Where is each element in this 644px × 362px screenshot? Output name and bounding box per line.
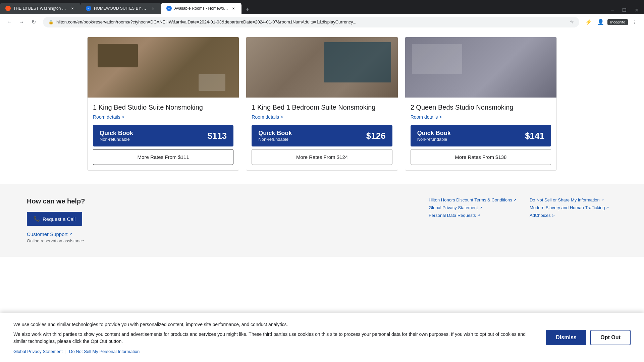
cookie-link-separator: | [65, 349, 66, 354]
cookie-banner-inner: We use cookies and similar technologies … [13, 321, 631, 354]
room-3-name: 2 Queen Beds Studio Nonsmoking [411, 103, 551, 112]
customer-support-link[interactable]: Customer Support ↗ [27, 231, 409, 237]
cookie-main-text: We use cookies and similar technologies … [13, 321, 533, 328]
room-2-details-link[interactable]: Room details > [252, 114, 392, 120]
room-3-info: 2 Queen Beds Studio Nonsmoking Room deta… [405, 98, 556, 170]
rooms-grid: 1 King Bed Studio Suite Nonsmoking Room … [87, 30, 557, 177]
room-card-1: 1 King Bed Studio Suite Nonsmoking Room … [87, 37, 239, 171]
request-call-button[interactable]: 📞 Request a Call [27, 212, 82, 226]
cookie-text-section: We use cookies and similar technologies … [13, 321, 533, 354]
online-reservation-hint: Online reservation assistance [27, 238, 409, 243]
restore-button[interactable]: ❐ [620, 6, 629, 14]
footer-link-do-not-sell[interactable]: Do Not Sell or Share My Information ↗ [530, 197, 617, 202]
main-content: 1 King Bed Studio Suite Nonsmoking Room … [0, 30, 644, 177]
browser-tab-3[interactable]: A Available Rooms - Homewood S... ✕ [161, 3, 241, 14]
tab-1-favicon: T [5, 6, 11, 11]
new-tab-button[interactable]: + [243, 5, 252, 14]
request-call-label: Request a Call [43, 216, 75, 222]
external-link-icon-2: ↗ [479, 206, 482, 209]
footer-link-honors-terms[interactable]: Hilton Honors Discount Terms & Condition… [429, 197, 516, 202]
tab-3-favicon: A [166, 6, 172, 11]
external-link-icon: ↗ [69, 232, 72, 236]
tab-3-label: Available Rooms - Homewood S... [174, 6, 228, 11]
footer-link-modern-slavery[interactable]: Modern Slavery and Human Trafficking ↗ [530, 205, 617, 210]
cookie-banner: We use cookies and similar technologies … [0, 313, 644, 362]
external-link-icon-0: ↗ [514, 198, 516, 202]
tab-1-close[interactable]: ✕ [70, 6, 75, 11]
forward-button[interactable]: → [16, 17, 27, 27]
cookie-actions: Dismiss Opt Out [546, 330, 631, 345]
room-2-quick-book-left: Quick Book Non-refundable [258, 130, 292, 142]
footer-links-section: Hilton Honors Discount Terms & Condition… [429, 197, 617, 243]
adchoices-icon: ▷ [552, 214, 555, 217]
footer-link-privacy[interactable]: Global Privacy Statement ↗ [429, 205, 516, 210]
room-card-2: 1 King Bed 1 Bedroom Suite Nonsmoking Ro… [246, 37, 398, 171]
browser-chrome: T THE 10 BEST Washington DC Ho... ✕ H HO… [0, 0, 644, 30]
browser-tab-2[interactable]: H HOMEWOOD SUITES BY HILTON... ✕ [80, 3, 161, 14]
phone-icon: 📞 [34, 216, 40, 222]
tab-2-close[interactable]: ✕ [150, 6, 156, 11]
profile-button[interactable]: 👤 [595, 17, 606, 27]
room-1-quick-book-left: Quick Book Non-refundable [100, 130, 133, 142]
room-2-non-refundable: Non-refundable [258, 137, 292, 142]
room-2-more-rates-button[interactable]: More Rates From $124 [252, 149, 392, 165]
room-1-quick-book-title: Quick Book [100, 130, 133, 137]
cookie-personal-info-link[interactable]: Do Not Sell My Personal Information [69, 349, 140, 354]
tab-3-close[interactable]: ✕ [231, 6, 236, 11]
room-3-quick-book-title: Quick Book [417, 130, 451, 137]
tab-bar: T THE 10 BEST Washington DC Ho... ✕ H HO… [0, 0, 644, 14]
browser-tab-1[interactable]: T THE 10 BEST Washington DC Ho... ✕ [0, 3, 80, 14]
incognito-badge[interactable]: Incognito [607, 19, 628, 25]
room-1-quick-book-button[interactable]: Quick Book Non-refundable $113 [93, 125, 233, 146]
nav-bar: ← → ↻ 🔒 hilton.com/en/book/reservation/r… [0, 14, 644, 30]
footer-link-modern-slavery-label: Modern Slavery and Human Trafficking [530, 205, 605, 210]
footer: How can we help? 📞 Request a Call Custom… [0, 184, 644, 257]
room-3-image [405, 37, 556, 98]
external-link-icon-1: ↗ [601, 198, 604, 202]
cookie-privacy-link[interactable]: Global Privacy Statement [13, 349, 63, 354]
address-text: hilton.com/en/book/reservation/rooms/?ct… [56, 19, 567, 24]
extensions-button[interactable]: ⚡ [583, 17, 594, 27]
opt-out-button[interactable]: Opt Out [590, 330, 631, 345]
cookie-links: Global Privacy Statement | Do Not Sell M… [13, 349, 533, 354]
customer-support-label: Customer Support [27, 231, 68, 237]
footer-link-do-not-sell-label: Do Not Sell or Share My Information [530, 197, 600, 202]
footer-link-privacy-label: Global Privacy Statement [429, 205, 478, 210]
room-3-non-refundable: Non-refundable [417, 137, 451, 142]
back-button[interactable]: ← [4, 17, 15, 27]
room-1-price: $113 [207, 131, 227, 141]
tab-2-favicon: H [86, 6, 91, 11]
minimize-button[interactable]: ─ [608, 6, 617, 14]
tab-2-label: HOMEWOOD SUITES BY HILTON... [94, 6, 148, 11]
room-1-details-link[interactable]: Room details > [93, 114, 233, 120]
room-1-name: 1 King Bed Studio Suite Nonsmoking [93, 103, 233, 112]
tab-1-label: THE 10 BEST Washington DC Ho... [13, 6, 67, 11]
room-3-price: $141 [525, 131, 544, 141]
external-link-icon-4: ↗ [477, 214, 480, 217]
close-button[interactable]: ✕ [632, 6, 641, 14]
footer-link-personal-data-label: Personal Data Requests [429, 213, 476, 218]
more-options-button[interactable]: ⋮ [629, 17, 640, 27]
footer-link-personal-data[interactable]: Personal Data Requests ↗ [429, 213, 516, 218]
address-bar[interactable]: 🔒 hilton.com/en/book/reservation/rooms/?… [43, 17, 579, 27]
footer-help-title: How can we help? [27, 197, 409, 205]
footer-help-section: How can we help? 📞 Request a Call Custom… [27, 197, 409, 243]
room-1-image [88, 37, 239, 98]
cookie-detail-text: We also work with third parties to show … [13, 331, 533, 345]
room-1-more-rates-button[interactable]: More Rates From $111 [93, 149, 233, 165]
reload-button[interactable]: ↻ [28, 17, 39, 27]
room-3-details-link[interactable]: Room details > [411, 114, 551, 120]
room-3-quick-book-button[interactable]: Quick Book Non-refundable $141 [411, 125, 551, 146]
footer-link-honors-terms-label: Hilton Honors Discount Terms & Condition… [429, 197, 512, 202]
star-icon[interactable]: ☆ [570, 19, 574, 24]
footer-link-adchoices[interactable]: AdChoices ▷ [530, 213, 617, 218]
room-3-more-rates-button[interactable]: More Rates From $138 [411, 149, 551, 165]
dismiss-button[interactable]: Dismiss [546, 330, 586, 345]
footer-link-adchoices-label: AdChoices [530, 213, 551, 218]
room-2-price: $126 [366, 131, 386, 141]
room-2-info: 1 King Bed 1 Bedroom Suite Nonsmoking Ro… [246, 98, 397, 170]
room-2-quick-book-button[interactable]: Quick Book Non-refundable $126 [252, 125, 392, 146]
room-2-quick-book-title: Quick Book [258, 130, 292, 137]
room-2-image [246, 37, 397, 98]
window-controls: ─ ❐ ✕ [608, 6, 644, 14]
